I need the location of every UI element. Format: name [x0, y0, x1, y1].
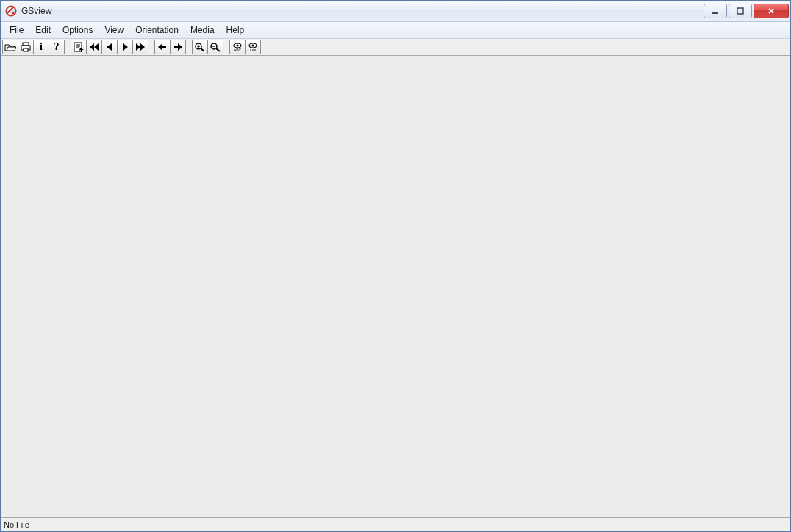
svg-point-2 — [12, 12, 15, 15]
svg-marker-19 — [140, 43, 145, 51]
info-icon: i — [40, 42, 43, 52]
last-page-button[interactable] — [132, 40, 148, 54]
back-button[interactable] — [154, 40, 171, 54]
print-button[interactable] — [18, 40, 34, 54]
print-icon — [20, 42, 32, 52]
find-next-icon — [246, 42, 260, 52]
next-page-icon — [119, 42, 131, 52]
zoom-in-button[interactable] — [192, 40, 208, 54]
zoom-out-button[interactable] — [207, 40, 223, 54]
document-viewport[interactable] — [1, 56, 790, 517]
menu-orientation[interactable]: Orientation — [129, 24, 185, 37]
status-bar: No File — [1, 517, 790, 531]
app-window: GSview File Edit Options View Orientatio… — [0, 0, 791, 532]
menu-edit[interactable]: Edit — [29, 24, 57, 37]
prev-page-icon — [104, 42, 115, 52]
toolbar-separator — [148, 40, 154, 54]
svg-text:ABC: ABC — [234, 48, 242, 52]
svg-point-0 — [7, 7, 16, 16]
svg-marker-16 — [107, 43, 112, 51]
svg-point-38 — [254, 49, 256, 51]
open-button[interactable] — [2, 40, 18, 54]
open-icon — [4, 42, 16, 52]
svg-marker-18 — [136, 43, 140, 51]
svg-point-32 — [237, 45, 239, 47]
close-button[interactable] — [754, 4, 789, 18]
help-icon: ? — [54, 42, 60, 52]
select-text-icon — [73, 42, 85, 52]
first-page-icon — [88, 42, 100, 52]
find-text-icon: ABC — [231, 42, 244, 52]
status-text: No File — [4, 520, 29, 529]
help-button[interactable]: ? — [49, 40, 65, 54]
back-icon — [157, 42, 168, 52]
toolbar-separator — [223, 40, 229, 54]
menu-file[interactable]: File — [4, 24, 29, 37]
svg-point-37 — [252, 49, 254, 51]
select-text-button[interactable] — [71, 40, 87, 54]
window-controls — [704, 4, 789, 18]
zoom-in-icon — [194, 42, 206, 52]
find-text-button[interactable]: ABC — [229, 40, 246, 54]
title-bar: GSview — [1, 1, 790, 22]
svg-point-35 — [252, 45, 254, 47]
svg-rect-4 — [737, 8, 743, 14]
first-page-button[interactable] — [86, 40, 102, 54]
last-page-icon — [135, 42, 146, 52]
window-title: GSview — [21, 6, 704, 16]
forward-button[interactable] — [170, 40, 186, 54]
svg-point-36 — [250, 49, 251, 51]
info-button[interactable]: i — [33, 40, 49, 54]
svg-marker-15 — [94, 43, 99, 51]
zoom-out-icon — [210, 42, 221, 52]
svg-rect-9 — [24, 48, 28, 51]
app-icon — [5, 5, 17, 17]
forward-icon — [172, 42, 184, 52]
minimize-button[interactable] — [704, 4, 727, 18]
svg-rect-7 — [23, 43, 29, 46]
svg-marker-21 — [158, 43, 162, 51]
svg-marker-23 — [178, 43, 182, 51]
svg-line-29 — [216, 48, 220, 51]
menu-bar: File Edit Options View Orientation Media… — [1, 22, 790, 39]
menu-options[interactable]: Options — [57, 24, 99, 37]
svg-marker-17 — [123, 43, 128, 51]
maximize-button[interactable] — [729, 4, 752, 18]
toolbar-separator — [186, 40, 192, 54]
menu-help[interactable]: Help — [221, 24, 251, 37]
svg-line-1 — [7, 7, 13, 13]
svg-rect-3 — [712, 12, 718, 14]
svg-line-25 — [201, 48, 204, 51]
menu-view[interactable]: View — [99, 24, 129, 37]
toolbar-separator — [65, 40, 71, 54]
svg-marker-14 — [90, 43, 94, 51]
next-page-button[interactable] — [117, 40, 133, 54]
menu-media[interactable]: Media — [185, 24, 221, 37]
toolbar: i ? — [1, 39, 790, 56]
prev-page-button[interactable] — [101, 40, 118, 54]
find-next-button[interactable] — [245, 40, 261, 54]
